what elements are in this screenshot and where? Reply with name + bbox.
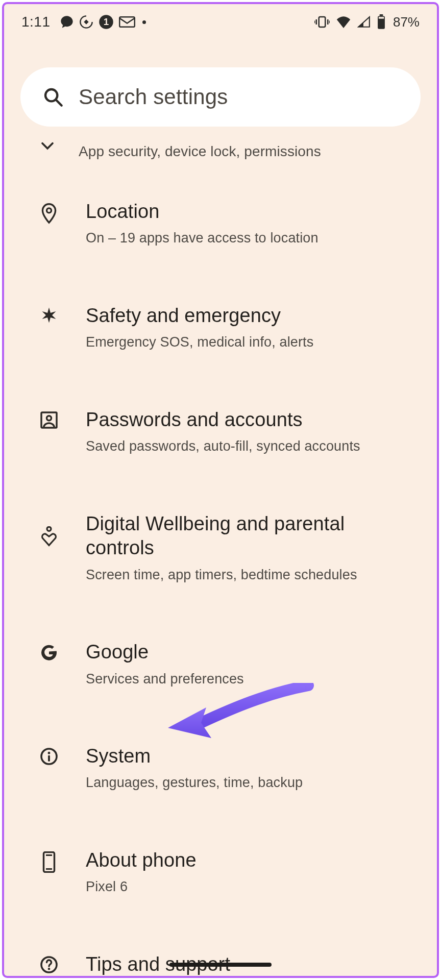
item-title: Safety and emergency [86,304,313,328]
notification-badge-icon: 1 [99,14,114,30]
item-subtitle: Languages, gestures, time, backup [86,773,303,792]
settings-item-about-phone[interactable]: About phone Pixel 6 [4,820,437,924]
settings-item-tips-support[interactable]: Tips and support Help articles, phone an… [4,924,437,978]
item-subtitle: Pixel 6 [86,877,197,896]
wellbeing-icon [38,512,60,547]
item-subtitle: Saved passwords, auto-fill, synced accou… [86,437,360,455]
battery-icon [377,14,386,30]
settings-item-safety[interactable]: Safety and emergency Emergency SOS, medi… [4,276,437,380]
help-icon [38,952,60,974]
svg-rect-5 [379,14,383,16]
item-title: System [86,744,303,769]
item-title: Digital Wellbeing and parental controls [86,512,416,560]
item-title: Location [86,200,318,224]
settings-item-location[interactable]: Location On – 19 apps have access to loc… [4,172,437,276]
item-title: Passwords and accounts [86,408,360,432]
svg-point-20 [48,968,51,970]
svg-rect-2 [119,17,135,27]
svg-rect-3 [319,17,326,27]
battery-percentage: 87% [393,14,420,30]
phone-frame: 1:11 1 [2,2,439,978]
svg-rect-6 [379,17,384,18]
item-subtitle: Emergency SOS, medical info, alerts [86,333,313,351]
settings-item-wellbeing[interactable]: Digital Wellbeing and parental controls … [4,484,437,612]
settings-item-passwords[interactable]: Passwords and accounts Saved passwords, … [4,380,437,484]
chevron-down-icon [40,142,55,153]
item-subtitle: On – 19 apps have access to location [86,229,318,247]
svg-rect-15 [48,755,50,762]
settings-item-google[interactable]: Google Services and preferences [4,612,437,716]
status-left: 1:11 1 [21,14,146,30]
account-box-icon [38,408,60,429]
status-right: 87% [314,14,420,30]
search-icon [43,87,63,107]
settings-item-system[interactable]: System Languages, gestures, time, backup [4,716,437,820]
cell-signal-icon [357,16,371,28]
security-subtitle: App security, device lock, permissions [79,142,321,161]
svg-point-9 [47,208,52,213]
asterisk-icon [38,304,60,325]
item-title: Google [86,640,244,665]
svg-text:1: 1 [103,16,108,27]
chat-bubble-icon [60,15,74,29]
svg-point-14 [48,752,51,754]
more-notifications-icon [142,20,146,24]
status-bar: 1:11 1 [4,4,437,40]
sync-cloud-icon [79,15,93,29]
mail-app-icon [119,15,135,29]
vibrate-icon [314,15,330,29]
phone-device-icon [38,848,60,873]
svg-line-8 [56,100,62,106]
settings-item-security-partial[interactable]: App security, device lock, permissions [4,137,437,172]
info-icon [38,744,60,766]
google-icon [38,640,60,662]
search-placeholder: Search settings [79,85,228,109]
svg-point-11 [47,415,52,420]
svg-point-12 [47,527,51,531]
settings-list: Location On – 19 apps have access to loc… [4,172,437,978]
wifi-icon [336,16,351,28]
item-title: About phone [86,848,197,873]
gesture-nav-bar[interactable] [169,963,272,967]
clock: 1:11 [21,14,51,30]
search-settings[interactable]: Search settings [20,67,421,127]
item-subtitle: Services and preferences [86,670,244,688]
location-icon [38,200,60,224]
item-subtitle: Screen time, app timers, bedtime schedul… [86,566,416,584]
